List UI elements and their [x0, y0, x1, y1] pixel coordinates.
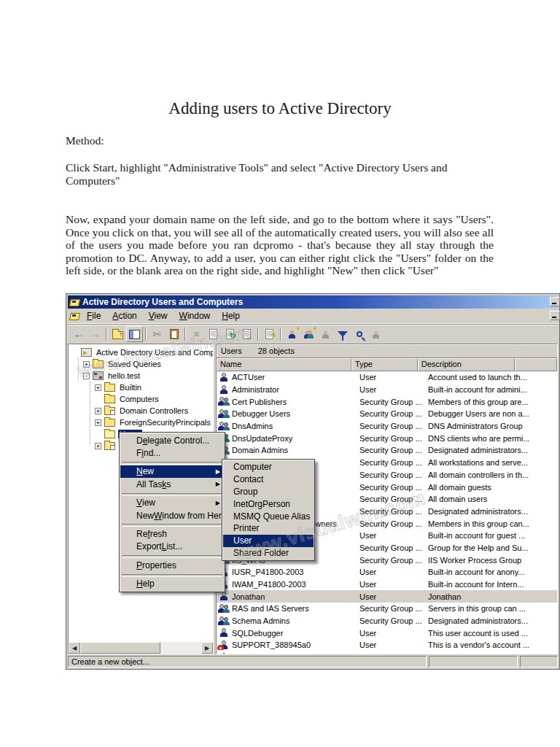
name-cell: Schema Admins	[217, 616, 357, 626]
desc-cell: IIS Worker Process Group	[425, 556, 557, 565]
banner-object-count: 28 objects	[258, 347, 295, 355]
list-row-dnsadmins[interactable]: DnsAdminsSecurity Group ...DNS Administr…	[217, 420, 557, 433]
submenu-item-printer[interactable]: Printer	[223, 522, 314, 535]
name-text: IUSR_P41800-2003	[232, 568, 303, 576]
scroll-right-button[interactable]: ▶	[201, 642, 213, 654]
tree-item-hello-test[interactable]: -hello.test	[69, 370, 213, 382]
list-row-cert-publishers[interactable]: Cert PublishersSecurity Group ...Members…	[217, 395, 557, 408]
up-one-level-icon[interactable]: ↑	[109, 326, 126, 342]
context-menu-item-export-list[interactable]: Export List...	[120, 541, 224, 553]
expand-icon[interactable]: +	[95, 443, 101, 449]
delete-icon[interactable]: ×	[188, 326, 205, 342]
tree-item-saved-queries[interactable]: +Saved Queries	[69, 358, 213, 370]
folder-icon	[93, 360, 104, 368]
expand-icon[interactable]: +	[95, 408, 101, 414]
desc-cell: Built-in account for Intern...	[425, 580, 557, 589]
forward-icon[interactable]: →	[87, 326, 104, 342]
menubar-minimize-button[interactable]	[550, 311, 560, 320]
submenu-item-contact[interactable]: Contact	[223, 473, 314, 486]
help-icon[interactable]: ?	[261, 326, 278, 342]
name-text: Schema Admins	[232, 616, 289, 625]
back-icon[interactable]: ←	[70, 326, 87, 342]
tree-guide	[90, 382, 90, 444]
context-menu-item-delegate-control[interactable]: Delegate Control...	[120, 434, 224, 446]
scroll-track[interactable]	[160, 642, 201, 654]
menu-file[interactable]: File	[81, 309, 106, 322]
column-header-description[interactable]: Description	[418, 358, 515, 371]
submenu-item-computer[interactable]: Computer	[223, 461, 314, 473]
toolbar-separator	[280, 328, 281, 341]
context-menu-item-refresh[interactable]: Refresh	[120, 527, 224, 540]
properties-icon[interactable]	[205, 326, 222, 342]
list-row-domain-admins[interactable]: Domain AdminsSecurity Group ...Designate…	[217, 444, 557, 457]
column-header-item[interactable]	[515, 358, 557, 371]
name-cell: DnsAdmins	[217, 422, 357, 431]
add-to-group-icon[interactable]	[317, 326, 334, 342]
favorites-icon[interactable]	[368, 326, 384, 342]
column-header-name[interactable]: Name	[217, 358, 351, 371]
list-row-sqldebugger[interactable]: SQLDebuggerUserThis user account is used…	[217, 627, 557, 639]
refresh-icon[interactable]: ↻	[222, 326, 238, 342]
menu-action[interactable]: Action	[106, 309, 142, 322]
expand-icon[interactable]: +	[95, 419, 101, 426]
step-text: Click Start, highlight "Administrative T…	[66, 161, 503, 187]
menu-view[interactable]: View	[143, 309, 174, 322]
list-row-iwam-p41800-2003[interactable]: IWAM_P41800-2003UserBuilt-in account for…	[217, 578, 557, 591]
find-icon[interactable]	[351, 326, 368, 342]
scroll-left-button[interactable]: ◀	[69, 642, 80, 654]
collapse-icon[interactable]: -	[83, 373, 90, 379]
name-cell: Domain Admins	[217, 446, 357, 455]
list-row-administrator[interactable]: AdministratorUserBuilt-in account for ad…	[217, 384, 557, 396]
minimize-button[interactable]	[550, 297, 560, 306]
cut-icon[interactable]: ✂	[149, 326, 166, 342]
submenu-item-group[interactable]: Group	[223, 486, 314, 498]
submenu-item-shared-folder[interactable]: Shared Folder	[223, 547, 314, 560]
submenu-item-inetorgperson[interactable]: InetOrgPerson	[223, 498, 314, 510]
scroll-thumb[interactable]	[80, 642, 160, 654]
list-row[interactable]	[217, 651, 557, 654]
show-hide-console-tree-icon[interactable]	[126, 326, 143, 342]
tree-item-active-directory-users-and-computers[interactable]: Active Directory Users and Computers	[69, 347, 213, 358]
list-row-iusr-p41800-2003[interactable]: IUSR_P41800-2003UserBuilt-in account for…	[217, 566, 557, 578]
tree-label: hello.test	[106, 371, 141, 380]
list-row-actuser[interactable]: ACTUserUserAccount used to launch th...	[217, 371, 557, 384]
name-cell: IWAM_P41800-2003	[217, 580, 357, 589]
column-header-type[interactable]: Type	[351, 358, 418, 371]
expand-icon[interactable]: +	[83, 361, 90, 368]
user-icon	[219, 592, 229, 601]
title-bar[interactable]: Active Directory Users and Computers	[68, 295, 558, 309]
export-list-icon[interactable]: →	[238, 326, 255, 342]
type-cell: Security Group ...	[357, 434, 425, 443]
new-group-icon[interactable]: *	[300, 326, 317, 342]
list-row-dnsupdateproxy[interactable]: DnsUpdateProxySecurity Group ...DNS clie…	[217, 432, 557, 444]
context-menu-item-new[interactable]: New▶	[120, 465, 224, 478]
desc-cell: Members in this group can...	[425, 519, 557, 528]
context-menu-item-help[interactable]: Help	[120, 578, 224, 590]
context-menu-item-all-tasks[interactable]: All Tasks▶	[120, 478, 224, 490]
menu-help[interactable]: Help	[216, 309, 246, 322]
name-cell: RAS and IAS Servers	[217, 604, 357, 614]
list-row-schema-admins[interactable]: Schema AdminsSecurity Group ...Designate…	[217, 615, 557, 627]
list-row-debugger-users[interactable]: Debugger UsersSecurity Group ...Debugger…	[217, 408, 557, 420]
list-row-jonathan[interactable]: JonathanUserJonathan	[217, 590, 557, 603]
expand-icon[interactable]: +	[95, 384, 101, 391]
context-menu-item-new-window-from-here[interactable]: New Window from Here	[120, 509, 224, 522]
filter-icon[interactable]	[334, 326, 351, 342]
context-menu-item-view[interactable]: View▶	[120, 497, 224, 509]
desc-cell: Members of this group are...	[425, 398, 557, 406]
menu-window[interactable]: Window	[174, 309, 217, 322]
group-icon	[219, 616, 229, 626]
new-submenu: ComputerContactGroupInetOrgPersonMSMQ Qu…	[222, 459, 315, 561]
paste-icon[interactable]	[166, 326, 182, 342]
tree-horizontal-scrollbar[interactable]: ◀ ▶	[69, 642, 213, 654]
context-menu-item-find[interactable]: Find...	[120, 446, 224, 459]
submenu-item-user[interactable]: User	[223, 535, 314, 547]
console-icon	[69, 311, 79, 320]
new-user-icon[interactable]: *	[284, 326, 300, 342]
desc-cell: Built-in account for anony...	[425, 568, 557, 576]
tree-guide	[78, 358, 79, 380]
list-row-support-388945a0[interactable]: ×SUPPORT_388945a0UserThis is a vendor's …	[217, 639, 557, 651]
submenu-item-msmq-queue-alias[interactable]: MSMQ Queue Alias	[223, 510, 314, 522]
list-row-ras-and-ias-servers[interactable]: RAS and IAS ServersSecurity Group ...Ser…	[217, 603, 557, 615]
context-menu-item-properties[interactable]: Properties	[120, 559, 224, 571]
